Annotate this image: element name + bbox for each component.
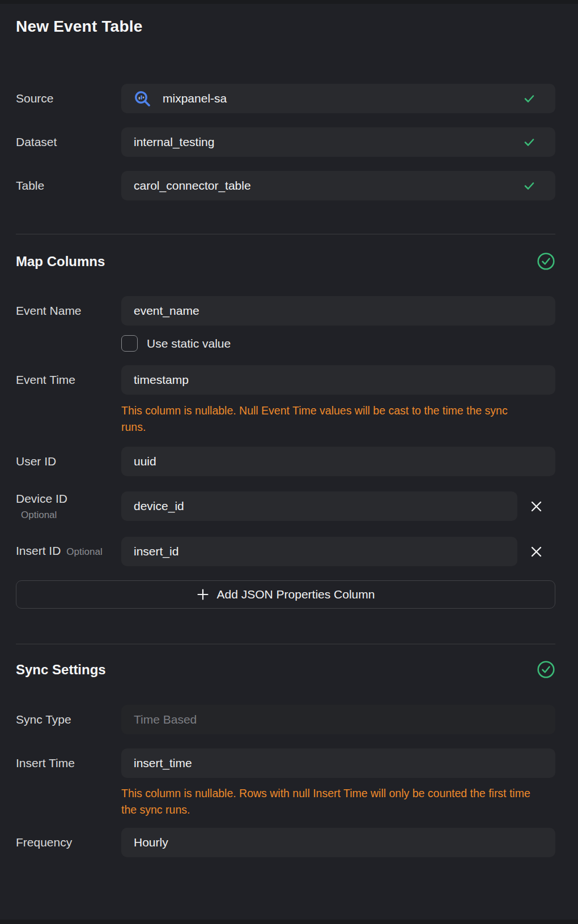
table-input[interactable]: carol_connector_table (121, 171, 555, 200)
insert-id-value: insert_id (134, 545, 178, 558)
device-id-value: device_id (134, 499, 184, 513)
dataset-row: Dataset internal_testing (16, 127, 555, 157)
sync-type-label: Sync Type (16, 712, 121, 727)
event-time-row: Event Time timestamp (16, 365, 555, 395)
x-icon (530, 545, 543, 558)
source-label: Source (16, 91, 121, 106)
event-time-warning-spacer (16, 403, 121, 435)
section-divider (16, 234, 555, 234)
source-row: Source mixpanel-sa (16, 84, 555, 113)
section-divider (16, 644, 555, 644)
insert-time-row: Insert Time insert_time (16, 748, 555, 778)
insert-id-row: Insert IDOptional insert_id (16, 537, 555, 566)
insert-time-warning-row: This column is nullable. Rows with null … (16, 785, 555, 818)
frequency-value: Hourly (134, 836, 168, 849)
event-time-nullable-warning: This column is nullable. Null Event Time… (121, 403, 530, 435)
map-columns-complete-check-icon (537, 252, 555, 271)
insert-id-field-wrap: insert_id (121, 537, 555, 566)
use-static-value-checkbox[interactable] (121, 335, 138, 352)
sync-type-input: Time Based (121, 705, 555, 734)
insert-time-warning-spacer (16, 785, 121, 818)
sync-settings-header: Sync Settings (16, 660, 555, 679)
sync-type-value: Time Based (134, 713, 197, 726)
map-columns-title: Map Columns (16, 253, 105, 271)
dataset-value: internal_testing (134, 135, 214, 149)
insert-id-clear-button[interactable] (517, 539, 555, 564)
table-label: Table (16, 178, 121, 193)
map-columns-header: Map Columns (16, 252, 555, 271)
event-time-label: Event Time (16, 373, 121, 387)
static-value-checkbox-wrap: Use static value (121, 335, 555, 352)
event-name-input[interactable]: event_name (121, 296, 555, 326)
event-name-row: Event Name event_name (16, 296, 555, 326)
insert-time-nullable-warning: This column is nullable. Rows with null … (121, 785, 530, 818)
frequency-row: Frequency Hourly (16, 828, 555, 857)
use-static-value-label: Use static value (147, 337, 231, 350)
insert-time-value: insert_time (134, 756, 192, 770)
device-id-label-stack: Device ID Optional (16, 491, 121, 521)
sync-settings-complete-check-icon (537, 660, 555, 679)
event-time-input[interactable]: timestamp (121, 365, 555, 395)
dataset-label: Dataset (16, 135, 121, 149)
add-json-properties-button[interactable]: Add JSON Properties Column (16, 580, 555, 609)
insert-id-label-text: Insert ID (16, 544, 61, 557)
frequency-input[interactable]: Hourly (121, 828, 555, 857)
device-id-clear-button[interactable] (517, 494, 555, 519)
event-time-warning-row: This column is nullable. Null Event Time… (16, 403, 555, 435)
table-valid-check-icon (523, 179, 544, 192)
frequency-label: Frequency (16, 835, 121, 850)
sync-type-row: Sync Type Time Based (16, 705, 555, 734)
source-valid-check-icon (523, 92, 544, 105)
event-name-label: Event Name (16, 303, 121, 318)
bottom-edge-strip (0, 919, 578, 924)
top-edge-strip (0, 0, 578, 4)
add-json-properties-label: Add JSON Properties Column (217, 588, 375, 601)
user-id-row: User ID uuid (16, 447, 555, 476)
event-time-value: timestamp (134, 373, 189, 387)
device-id-input[interactable]: device_id (121, 491, 517, 521)
page-title: New Event Table (16, 0, 555, 36)
plus-icon (197, 588, 209, 601)
device-id-row: Device ID Optional device_id (16, 491, 555, 521)
sync-settings-title: Sync Settings (16, 661, 106, 679)
user-id-input[interactable]: uuid (121, 447, 555, 476)
device-id-optional-label: Optional (16, 510, 121, 521)
dataset-input[interactable]: internal_testing (121, 127, 555, 157)
table-value: carol_connector_table (134, 179, 251, 192)
device-id-field-wrap: device_id (121, 491, 555, 521)
dataset-valid-check-icon (523, 136, 544, 148)
insert-id-label: Insert IDOptional (16, 544, 121, 559)
table-row: Table carol_connector_table (16, 171, 555, 200)
static-value-row: Use static value (16, 335, 555, 352)
insert-id-optional-label: Optional (66, 546, 102, 557)
insert-time-label: Insert Time (16, 756, 121, 771)
user-id-label: User ID (16, 454, 121, 469)
device-id-label: Device ID (16, 491, 121, 506)
source-input[interactable]: mixpanel-sa (121, 84, 555, 113)
insert-id-input[interactable]: insert_id (121, 537, 517, 566)
source-value: mixpanel-sa (163, 92, 227, 105)
mixpanel-logo-icon (134, 90, 151, 108)
x-icon (530, 500, 543, 513)
event-name-value: event_name (134, 304, 199, 318)
insert-time-input[interactable]: insert_time (121, 748, 555, 778)
user-id-value: uuid (134, 455, 156, 468)
new-event-table-form: New Event Table Source mixpanel-sa Datas… (0, 0, 578, 924)
